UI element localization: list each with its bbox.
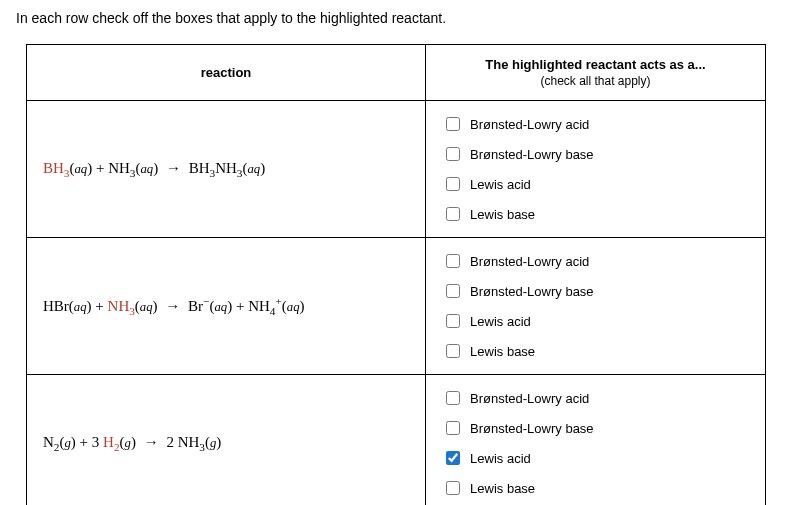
- checkbox-lewis_acid[interactable]: [446, 314, 460, 328]
- option-label: Lewis base: [470, 481, 535, 496]
- option-label: Brønsted-Lowry acid: [470, 117, 589, 132]
- option-label: Lewis acid: [470, 177, 531, 192]
- checkbox-bl_base[interactable]: [446, 147, 460, 161]
- option-row-lewis_base: Lewis base: [442, 473, 749, 503]
- option-row-bl_acid: Brønsted-Lowry acid: [442, 383, 749, 413]
- option-row-lewis_base: Lewis base: [442, 336, 749, 366]
- header-acts-as-sub: (check all that apply): [432, 74, 759, 88]
- options-cell: Brønsted-Lowry acidBrønsted-Lowry baseLe…: [426, 101, 766, 238]
- reaction-cell: HBr(aq) + NH3(aq) → Br−(aq) + NH4+(aq): [27, 238, 426, 375]
- header-reaction: reaction: [27, 45, 426, 101]
- option-label: Lewis base: [470, 207, 535, 222]
- option-label: Lewis base: [470, 344, 535, 359]
- option-row-bl_base: Brønsted-Lowry base: [442, 413, 749, 443]
- options-cell: Brønsted-Lowry acidBrønsted-Lowry baseLe…: [426, 375, 766, 506]
- option-label: Lewis acid: [470, 314, 531, 329]
- options-cell: Brønsted-Lowry acidBrønsted-Lowry baseLe…: [426, 238, 766, 375]
- option-row-bl_base: Brønsted-Lowry base: [442, 139, 749, 169]
- checkbox-lewis_base[interactable]: [446, 344, 460, 358]
- checkbox-lewis_base[interactable]: [446, 481, 460, 495]
- option-label: Brønsted-Lowry base: [470, 147, 594, 162]
- option-label: Brønsted-Lowry base: [470, 421, 594, 436]
- option-row-lewis_acid: Lewis acid: [442, 169, 749, 199]
- option-label: Brønsted-Lowry base: [470, 284, 594, 299]
- option-row-bl_acid: Brønsted-Lowry acid: [442, 246, 749, 276]
- checkbox-bl_base[interactable]: [446, 284, 460, 298]
- instruction-text: In each row check off the boxes that app…: [16, 10, 780, 26]
- checkbox-bl_acid[interactable]: [446, 391, 460, 405]
- checkbox-lewis_acid[interactable]: [446, 451, 460, 465]
- header-acts-as: The highlighted reactant acts as a... (c…: [426, 45, 766, 101]
- option-label: Brønsted-Lowry acid: [470, 254, 589, 269]
- option-row-lewis_acid: Lewis acid: [442, 443, 749, 473]
- reaction-cell: BH3(aq) + NH3(aq) → BH3NH3(aq): [27, 101, 426, 238]
- checkbox-bl_base[interactable]: [446, 421, 460, 435]
- checkbox-bl_acid[interactable]: [446, 117, 460, 131]
- reaction-cell: N2(g) + 3 H2(g) → 2 NH3(g): [27, 375, 426, 506]
- option-row-bl_acid: Brønsted-Lowry acid: [442, 109, 749, 139]
- table-row: BH3(aq) + NH3(aq) → BH3NH3(aq)Brønsted-L…: [27, 101, 766, 238]
- option-label: Brønsted-Lowry acid: [470, 391, 589, 406]
- option-row-lewis_acid: Lewis acid: [442, 306, 749, 336]
- table-row: N2(g) + 3 H2(g) → 2 NH3(g)Brønsted-Lowry…: [27, 375, 766, 506]
- checkbox-bl_acid[interactable]: [446, 254, 460, 268]
- option-label: Lewis acid: [470, 451, 531, 466]
- option-row-lewis_base: Lewis base: [442, 199, 749, 229]
- header-acts-as-main: The highlighted reactant acts as a...: [485, 57, 705, 72]
- reaction-table: reaction The highlighted reactant acts a…: [26, 44, 766, 505]
- option-row-bl_base: Brønsted-Lowry base: [442, 276, 749, 306]
- table-row: HBr(aq) + NH3(aq) → Br−(aq) + NH4+(aq)Br…: [27, 238, 766, 375]
- checkbox-lewis_base[interactable]: [446, 207, 460, 221]
- checkbox-lewis_acid[interactable]: [446, 177, 460, 191]
